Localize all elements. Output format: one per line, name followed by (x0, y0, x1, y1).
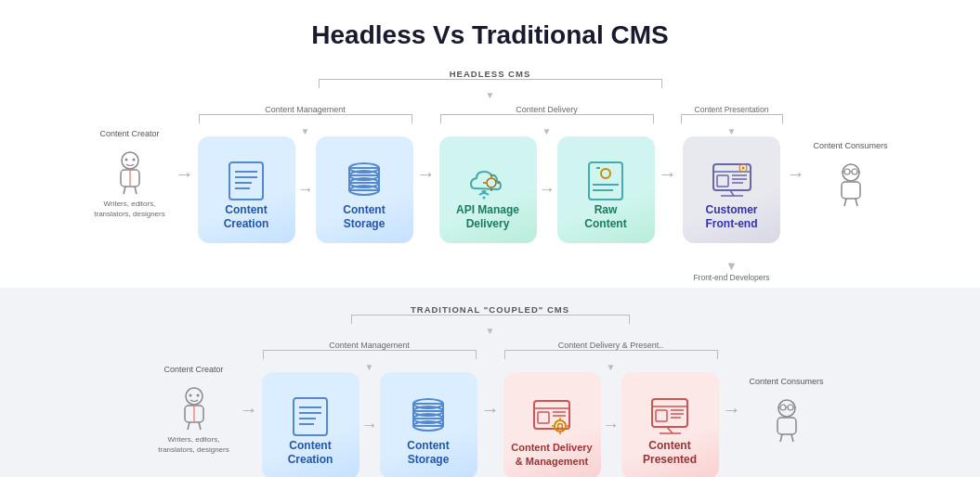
svg-point-51 (189, 393, 191, 396)
headless-content-creation-box: ContentCreation (198, 136, 295, 243)
traditional-delivery-box: Content Delivery& Management (503, 372, 601, 477)
traditional-cms-row: Content Creator Writers, editors, transl… (28, 341, 952, 477)
traditional-delivery-label-text: Content Delivery& Management (511, 441, 592, 468)
traditional-delivery-label: Content Delivery & Present.. (558, 341, 664, 350)
arrow-3: → (659, 163, 677, 185)
traditional-delivery-bracket: Content Delivery & Present.. (504, 341, 718, 359)
svg-line-3 (124, 187, 125, 194)
svg-line-44 (844, 199, 846, 206)
svg-rect-37 (842, 182, 860, 199)
arrow-t-delivery: → (603, 416, 620, 435)
headless-mgmt-boxes: ContentCreation → (198, 136, 413, 243)
svg-point-19 (483, 196, 486, 199)
headless-section: HEADLESS CMS ▼ Content Creator (0, 59, 980, 288)
arrow-4: → (787, 163, 805, 185)
svg-point-87 (780, 405, 786, 410)
headless-creator-top-label: Content Creator (99, 129, 159, 140)
svg-point-40 (852, 169, 857, 174)
headless-consumers-label: Content Consumers (813, 141, 887, 152)
traditional-creator-col: Content Creator Writers, editors, transl… (152, 365, 236, 455)
arrow-1: → (176, 163, 194, 185)
traditional-mgmt-label: Content Management (329, 341, 410, 350)
headless-creator-bottom-label: Writers, editors, translators, designers (88, 199, 172, 219)
headless-consumers-col: Content Consumers (809, 141, 893, 207)
headless-api-label: API ManageDelivery (456, 203, 519, 232)
content-storage-icon (340, 159, 388, 203)
svg-rect-28 (717, 175, 728, 187)
traditional-presented-label: ContentPresented (643, 439, 697, 468)
headless-cms-row: Content Creator Writers, editor (28, 105, 952, 243)
headless-raw-content-box: RawContent (557, 136, 655, 243)
headless-mgmt-bracket: Content Management (199, 105, 412, 123)
svg-point-36 (741, 166, 744, 169)
headless-frontend-label: CustomerFront-end (705, 203, 757, 232)
creator-person-icon-traditional (174, 380, 215, 431)
consumer-person-icon-headless (830, 156, 871, 207)
svg-rect-85 (777, 418, 796, 434)
headless-presentation-boxes: CustomerFront-end (683, 136, 780, 243)
main-container: Headless Vs Traditional CMS HEADLESS CMS… (0, 0, 980, 477)
svg-rect-65 (534, 401, 569, 429)
traditional-creation-label: ContentCreation (288, 439, 333, 468)
frontend-dev-label: Front-end Developers (693, 273, 769, 282)
traditional-mgmt-boxes: ContentCreation → (262, 372, 477, 477)
content-creation-icon (222, 159, 270, 203)
traditional-delivery-icon (528, 396, 576, 441)
raw-content-icon (581, 159, 630, 203)
svg-point-6 (132, 158, 135, 161)
arrow-2: → (417, 163, 436, 185)
svg-point-47 (186, 388, 203, 405)
svg-point-88 (788, 405, 793, 410)
headless-delivery-bracket: Content Delivery (440, 105, 654, 123)
arrow-t3: → (723, 399, 741, 420)
traditional-section: TRADITIONAL "COUPLED" CMS ▼ Content Crea… (0, 288, 980, 477)
svg-line-4 (135, 187, 137, 194)
svg-point-71 (558, 424, 563, 429)
svg-rect-76 (652, 399, 687, 427)
svg-point-5 (124, 158, 127, 161)
traditional-delivery-boxes: Content Delivery& Management → (503, 372, 719, 477)
svg-rect-67 (538, 412, 549, 423)
traditional-content-storage-box: ContentStorage (380, 372, 477, 477)
traditional-storage-label: ContentStorage (407, 439, 449, 468)
traditional-mgmt-bracket: Content Management (263, 341, 477, 359)
traditional-creator-bottom-label: Writers, editors, translators, designers (152, 434, 236, 455)
svg-point-1 (122, 152, 138, 169)
page-title: Headless Vs Traditional CMS (0, 0, 980, 59)
traditional-consumers-label: Content Consumers (749, 377, 823, 388)
consumer-person-icon-traditional (766, 392, 807, 443)
headless-section-label: HEADLESS CMS (450, 69, 530, 79)
svg-line-82 (667, 427, 673, 433)
headless-presentation-group: Content Presentation (681, 105, 783, 243)
svg-line-49 (188, 422, 189, 430)
svg-point-20 (487, 178, 496, 187)
headless-presentation-label: Content Presentation (695, 105, 769, 114)
headless-creation-label: ContentCreation (224, 203, 269, 232)
headless-api-box: API ManageDelivery (439, 136, 537, 243)
svg-point-70 (555, 420, 566, 432)
headless-mgmt-group: Content Management ContentCreation (198, 105, 413, 243)
headless-delivery-label: Content Delivery (516, 105, 578, 114)
svg-line-45 (856, 199, 857, 206)
headless-creator-col: Content Creator Writers, editor (88, 129, 172, 219)
svg-line-93 (791, 434, 793, 442)
creator-person-icon (110, 144, 150, 195)
traditional-consumers-col: Content Consumers (745, 377, 829, 443)
customer-frontend-icon (708, 159, 756, 203)
arrow-mgmt: → (297, 180, 314, 200)
svg-line-50 (199, 422, 201, 430)
traditional-storage-icon (404, 394, 452, 439)
traditional-creator-top-label: Content Creator (163, 365, 223, 376)
traditional-delivery-group: Content Delivery & Present.. (503, 341, 719, 477)
traditional-mgmt-group: Content Management ContentCreation (262, 341, 477, 477)
traditional-section-label: TRADITIONAL "COUPLED" CMS (411, 304, 569, 315)
arrow-t1: → (240, 399, 258, 420)
traditional-content-creation-box: ContentCreation (262, 372, 359, 477)
headless-presentation-bracket: Content Presentation (681, 105, 783, 123)
headless-delivery-group: Content Delivery (439, 105, 655, 243)
arrow-t-mgmt: → (361, 416, 378, 435)
headless-mgmt-label: Content Management (265, 105, 346, 114)
svg-point-22 (601, 169, 610, 178)
svg-rect-7 (229, 162, 263, 200)
traditional-presented-icon (646, 394, 694, 439)
